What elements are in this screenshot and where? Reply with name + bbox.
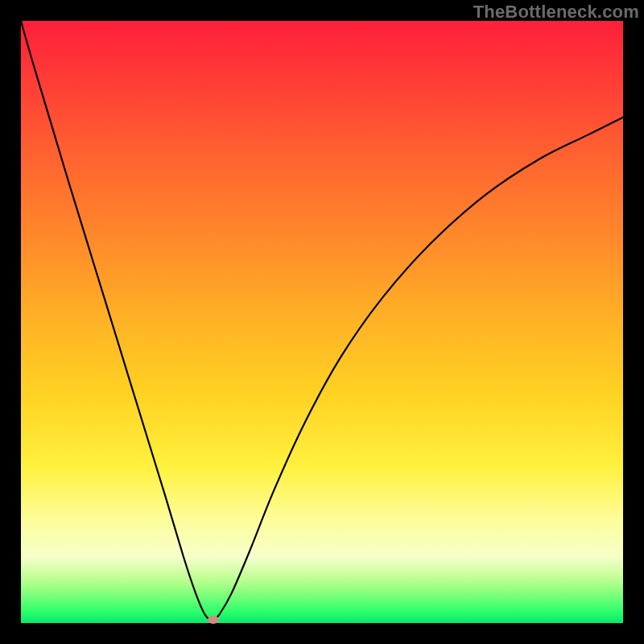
plot-area <box>21 21 623 623</box>
chart-frame: TheBottleneck.com <box>0 0 644 644</box>
bottleneck-curve <box>21 21 623 623</box>
watermark-text: TheBottleneck.com <box>473 2 639 23</box>
minimum-marker <box>208 616 219 624</box>
